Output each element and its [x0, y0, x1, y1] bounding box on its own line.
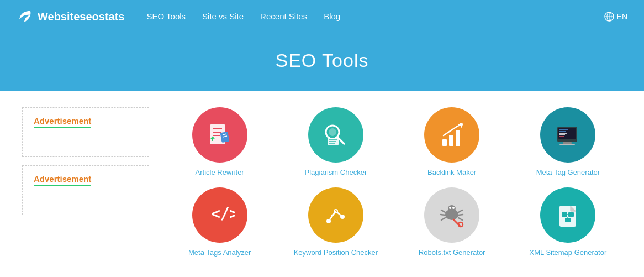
nav-seo-tools[interactable]: SEO Tools — [146, 12, 186, 21]
svg-point-14 — [329, 128, 336, 136]
svg-rect-31 — [559, 144, 575, 145]
tool-label-sitemap: XML Sitemap Generator — [530, 248, 607, 257]
tool-plagiarism-checker[interactable]: Plagiarism Checker — [282, 107, 389, 176]
svg-rect-20 — [449, 135, 453, 146]
tool-label-article-rewriter: Article Rewriter — [196, 168, 244, 176]
svg-text:</>: </> — [211, 205, 235, 223]
lang-label: EN — [617, 12, 627, 21]
tool-icon-backlink — [424, 107, 479, 163]
ad-label-2: Advertisement — [34, 174, 91, 186]
tool-keyword-checker[interactable]: Keyword Position Checker — [282, 187, 389, 257]
tool-article-rewriter[interactable]: Article Rewriter — [166, 107, 273, 176]
language-selector[interactable]: EN — [604, 12, 627, 22]
robots-generator-icon — [437, 200, 467, 231]
tool-label-keyword: Keyword Position Checker — [294, 248, 378, 257]
tool-icon-plagiarism — [308, 107, 363, 163]
tool-label-plagiarism: Plagiarism Checker — [305, 168, 367, 176]
svg-point-40 — [452, 207, 455, 209]
ad-box-2: Advertisement — [22, 165, 149, 215]
nav-blog[interactable]: Blog — [324, 12, 340, 21]
svg-rect-51 — [568, 212, 574, 217]
svg-rect-52 — [565, 218, 571, 222]
tool-label-robots: Robots.txt Generator — [419, 248, 485, 257]
svg-line-43 — [441, 218, 445, 220]
navbar: Websiteseostats SEO Tools Site vs Site R… — [0, 0, 644, 33]
svg-line-44 — [458, 210, 462, 212]
tool-icon-sitemap — [540, 187, 595, 243]
nav-recent-sites[interactable]: Recent Sites — [260, 12, 307, 21]
tool-icon-article-rewriter — [192, 107, 247, 163]
ad-box-1: Advertisement — [22, 107, 149, 157]
main-nav: SEO Tools Site vs Site Recent Sites Blog — [146, 12, 604, 22]
svg-point-48 — [458, 222, 463, 227]
svg-rect-21 — [456, 130, 460, 146]
page-title: SEO Tools — [0, 50, 644, 71]
sidebar: Advertisement Advertisement — [22, 107, 149, 257]
svg-point-38 — [448, 205, 456, 212]
backlink-maker-icon — [437, 120, 467, 150]
tool-icon-keyword — [308, 187, 363, 243]
tool-label-backlink: Backlink Maker — [427, 168, 476, 176]
tool-label-metatags: Meta Tags Analyzer — [188, 248, 251, 257]
tool-label-metatag: Meta Tag Generator — [536, 168, 600, 176]
svg-rect-30 — [563, 142, 572, 144]
keyword-checker-icon — [320, 200, 351, 231]
article-rewriter-icon — [204, 120, 235, 150]
svg-point-39 — [449, 207, 451, 209]
hero-section: SEO Tools — [0, 33, 644, 91]
tools-grid: Article Rewriter Plagiarism Checker — [166, 107, 622, 257]
tool-sitemap-generator[interactable]: XML Sitemap Generator — [514, 187, 622, 257]
svg-line-45 — [458, 215, 463, 215]
main-content: Advertisement Advertisement — [0, 91, 644, 273]
svg-line-41 — [441, 210, 445, 212]
plagiarism-checker-icon — [320, 120, 351, 150]
leaf-icon — [17, 8, 33, 25]
svg-line-46 — [458, 218, 462, 220]
tool-icon-metatag — [540, 107, 595, 163]
meta-tag-generator-icon — [553, 120, 583, 150]
tool-meta-tags-analyzer[interactable]: </> Meta Tags Analyzer — [166, 187, 273, 257]
brand-logo[interactable]: Websiteseostats — [17, 8, 124, 25]
tool-icon-metatags: </> — [192, 187, 247, 243]
svg-rect-19 — [442, 139, 447, 146]
ad-label-1: Advertisement — [34, 116, 91, 128]
tool-meta-tag-generator[interactable]: Meta Tag Generator — [514, 107, 622, 176]
sitemap-generator-icon — [553, 200, 583, 231]
nav-site-vs-site[interactable]: Site vs Site — [202, 12, 244, 21]
svg-line-42 — [441, 215, 445, 215]
tool-icon-robots — [424, 187, 479, 243]
brand-name: Websiteseostats — [38, 11, 124, 23]
tool-robots-generator[interactable]: Robots.txt Generator — [398, 187, 506, 257]
globe-icon — [604, 12, 614, 22]
tool-backlink-maker[interactable]: Backlink Maker — [398, 107, 506, 176]
meta-tags-analyzer-icon: </> — [204, 200, 235, 231]
